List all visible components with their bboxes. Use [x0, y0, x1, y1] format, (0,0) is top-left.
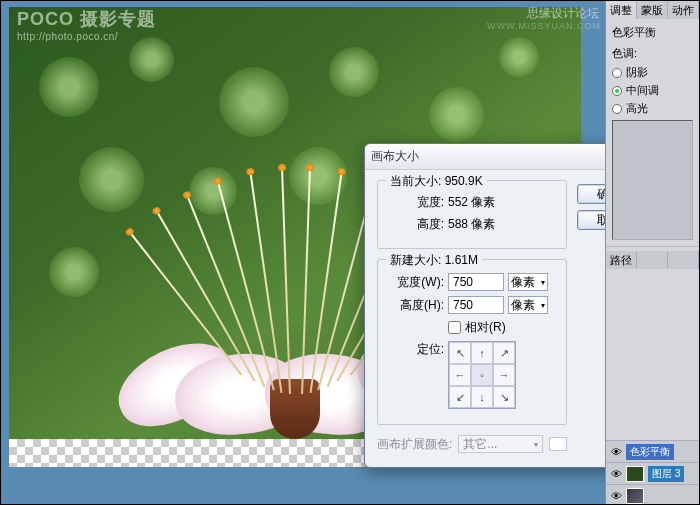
- adjustment-sliders[interactable]: [612, 120, 693, 240]
- relative-label: 相对(R): [465, 319, 506, 336]
- current-size-group: 当前大小: 950.9K 宽度: 552 像素 高度: 588 像素: [377, 180, 567, 249]
- adjustment-name: 色彩平衡: [612, 25, 693, 40]
- extend-color-label: 画布扩展颜色:: [377, 436, 452, 453]
- new-size-group: 新建大小: 1.61M 宽度(W): 像素 高度(H): 像素 相对(R) 定位…: [377, 259, 567, 425]
- tab-adjustments[interactable]: 调整: [606, 1, 637, 19]
- layer-color-balance[interactable]: 👁 色彩平衡: [606, 440, 699, 462]
- anchor-n[interactable]: ↑: [471, 342, 493, 364]
- current-height-value: 588 像素: [448, 216, 495, 233]
- layer-thumb: [626, 488, 644, 504]
- radio-highlights[interactable]: [612, 104, 622, 114]
- layer-thumb: [626, 466, 644, 482]
- radio-midtones[interactable]: [612, 86, 622, 96]
- extend-color-swatch[interactable]: [549, 437, 567, 451]
- height-unit-select[interactable]: 像素: [508, 296, 548, 314]
- tab-actions[interactable]: 动作: [668, 1, 699, 19]
- layer-row[interactable]: 👁: [606, 484, 699, 505]
- new-size-legend: 新建大小: 1.61M: [386, 252, 482, 269]
- anchor-nw[interactable]: ↖: [449, 342, 471, 364]
- width-unit-select[interactable]: 像素: [508, 273, 548, 291]
- new-height-label: 高度(H):: [386, 297, 444, 314]
- anchor-grid[interactable]: ↖↑↗ ←◦→ ↙↓↘: [448, 341, 516, 409]
- visibility-icon[interactable]: 👁: [610, 446, 622, 458]
- relative-checkbox[interactable]: [448, 321, 461, 334]
- visibility-icon[interactable]: 👁: [610, 490, 622, 502]
- panel-tabs: 调整 蒙版 动作: [606, 1, 699, 19]
- current-width-value: 552 像素: [448, 194, 495, 211]
- anchor-w[interactable]: ←: [449, 364, 471, 386]
- new-width-label: 宽度(W):: [386, 274, 444, 291]
- current-height-label: 高度:: [386, 216, 444, 233]
- anchor-c[interactable]: ◦: [471, 364, 493, 386]
- radio-shadows[interactable]: [612, 68, 622, 78]
- height-input[interactable]: [448, 296, 504, 314]
- tone-label: 色调:: [612, 47, 637, 59]
- extend-color-select[interactable]: 其它...: [458, 435, 543, 453]
- watermark-url: WWW.MISSYUAN.COM: [487, 21, 601, 31]
- right-panels: 调整 蒙版 动作 色彩平衡 色调: 阴影 中间调 高光 路径 👁 色彩平衡 👁 …: [605, 1, 699, 505]
- dialog-title: 画布大小: [371, 148, 607, 165]
- anchor-s[interactable]: ↓: [471, 386, 493, 408]
- tab-paths[interactable]: 路径: [606, 251, 637, 269]
- anchor-e[interactable]: →: [493, 364, 515, 386]
- visibility-icon[interactable]: 👁: [610, 468, 622, 480]
- tab-masks[interactable]: 蒙版: [637, 1, 668, 19]
- watermark-forum: 思缘设计论坛: [527, 5, 599, 22]
- layer-row[interactable]: 👁 图层 3: [606, 462, 699, 484]
- anchor-sw[interactable]: ↙: [449, 386, 471, 408]
- anchor-ne[interactable]: ↗: [493, 342, 515, 364]
- width-input[interactable]: [448, 273, 504, 291]
- current-size-legend: 当前大小: 950.9K: [386, 173, 487, 190]
- anchor-label: 定位:: [386, 341, 444, 358]
- watermark-logo: POCO 摄影专题 http://photo.poco.cn/: [17, 7, 156, 42]
- current-width-label: 宽度:: [386, 194, 444, 211]
- anchor-se[interactable]: ↘: [493, 386, 515, 408]
